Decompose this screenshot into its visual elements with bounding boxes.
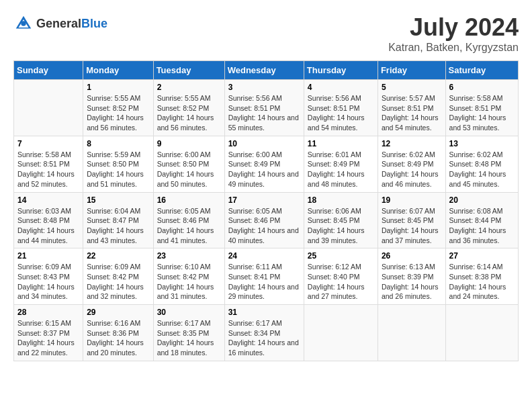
day-number: 26: [382, 251, 442, 261]
day-info: Sunrise: 6:11 AMSunset: 8:41 PMDaylight:…: [228, 262, 300, 302]
calendar-cell: 2Sunrise: 5:55 AMSunset: 8:52 PMDaylight…: [153, 80, 224, 136]
day-info: Sunrise: 5:59 AMSunset: 8:50 PMDaylight:…: [87, 150, 149, 189]
day-number: 18: [308, 195, 374, 205]
logo-text-blue: Blue: [81, 17, 107, 30]
calendar-cell: 20Sunrise: 6:08 AMSunset: 8:44 PMDayligh…: [445, 192, 518, 248]
calendar-cell: 19Sunrise: 6:07 AMSunset: 8:45 PMDayligh…: [378, 192, 445, 248]
calendar-cell: 29Sunrise: 6:16 AMSunset: 8:36 PMDayligh…: [83, 305, 153, 361]
calendar-week-2: 7Sunrise: 5:58 AMSunset: 8:51 PMDaylight…: [14, 136, 519, 192]
calendar-cell: 21Sunrise: 6:09 AMSunset: 8:43 PMDayligh…: [14, 248, 83, 305]
calendar-cell: 9Sunrise: 6:00 AMSunset: 8:50 PMDaylight…: [153, 136, 224, 192]
calendar-cell: 14Sunrise: 6:03 AMSunset: 8:48 PMDayligh…: [14, 192, 83, 248]
day-info: Sunrise: 6:15 AMSunset: 8:37 PMDaylight:…: [17, 318, 79, 358]
day-number: 7: [17, 139, 79, 148]
calendar-cell: 5Sunrise: 5:57 AMSunset: 8:51 PMDaylight…: [378, 80, 445, 136]
day-info: Sunrise: 6:01 AMSunset: 8:49 PMDaylight:…: [308, 150, 374, 189]
day-info: Sunrise: 6:06 AMSunset: 8:45 PMDaylight:…: [308, 206, 374, 246]
day-number: 16: [157, 195, 221, 205]
day-info: Sunrise: 6:17 AMSunset: 8:34 PMDaylight:…: [228, 318, 300, 358]
svg-point-2: [21, 21, 26, 26]
day-number: 27: [449, 251, 515, 261]
calendar-cell: [14, 80, 83, 136]
calendar-cell: 13Sunrise: 6:02 AMSunset: 8:48 PMDayligh…: [445, 136, 518, 192]
calendar-cell: [445, 305, 518, 361]
calendar-cell: 16Sunrise: 6:05 AMSunset: 8:46 PMDayligh…: [153, 192, 224, 248]
logo-text-general: General: [36, 17, 81, 30]
day-info: Sunrise: 5:56 AMSunset: 8:51 PMDaylight:…: [228, 93, 300, 133]
day-number: 12: [382, 139, 442, 148]
calendar-cell: [378, 305, 445, 361]
header-day-friday: Friday: [378, 61, 445, 80]
calendar-cell: 12Sunrise: 6:02 AMSunset: 8:49 PMDayligh…: [378, 136, 445, 192]
day-number: 22: [87, 251, 149, 261]
day-number: 19: [382, 195, 442, 205]
header-day-monday: Monday: [83, 61, 153, 80]
calendar-cell: 1Sunrise: 5:55 AMSunset: 8:52 PMDaylight…: [83, 80, 153, 136]
calendar-cell: 8Sunrise: 5:59 AMSunset: 8:50 PMDaylight…: [83, 136, 153, 192]
calendar-cell: [304, 305, 378, 361]
calendar-cell: 28Sunrise: 6:15 AMSunset: 8:37 PMDayligh…: [14, 305, 83, 361]
day-info: Sunrise: 6:10 AMSunset: 8:42 PMDaylight:…: [157, 262, 221, 302]
day-number: 2: [157, 83, 221, 92]
calendar-header-row: SundayMondayTuesdayWednesdayThursdayFrid…: [14, 61, 519, 80]
day-info: Sunrise: 6:09 AMSunset: 8:42 PMDaylight:…: [87, 262, 149, 302]
day-info: Sunrise: 6:12 AMSunset: 8:40 PMDaylight:…: [308, 262, 374, 302]
day-info: Sunrise: 6:02 AMSunset: 8:48 PMDaylight:…: [449, 150, 515, 189]
day-info: Sunrise: 6:00 AMSunset: 8:50 PMDaylight:…: [157, 150, 221, 189]
day-number: 5: [382, 83, 442, 92]
day-number: 28: [17, 308, 79, 317]
calendar-cell: 25Sunrise: 6:12 AMSunset: 8:40 PMDayligh…: [304, 248, 378, 305]
header-day-tuesday: Tuesday: [153, 61, 224, 80]
day-number: 20: [449, 195, 515, 205]
day-info: Sunrise: 6:02 AMSunset: 8:49 PMDaylight:…: [382, 150, 442, 189]
calendar-cell: 3Sunrise: 5:56 AMSunset: 8:51 PMDaylight…: [224, 80, 304, 136]
header-day-saturday: Saturday: [445, 61, 518, 80]
calendar-table: SundayMondayTuesdayWednesdayThursdayFrid…: [13, 60, 519, 361]
calendar-cell: 26Sunrise: 6:13 AMSunset: 8:39 PMDayligh…: [378, 248, 445, 305]
calendar-week-4: 21Sunrise: 6:09 AMSunset: 8:43 PMDayligh…: [14, 248, 519, 305]
day-info: Sunrise: 6:05 AMSunset: 8:46 PMDaylight:…: [157, 206, 221, 246]
day-number: 29: [87, 308, 149, 317]
calendar-cell: 17Sunrise: 6:05 AMSunset: 8:46 PMDayligh…: [224, 192, 304, 248]
calendar-week-3: 14Sunrise: 6:03 AMSunset: 8:48 PMDayligh…: [14, 192, 519, 248]
calendar-cell: 6Sunrise: 5:58 AMSunset: 8:51 PMDaylight…: [445, 80, 518, 136]
day-number: 15: [87, 195, 149, 205]
day-info: Sunrise: 6:16 AMSunset: 8:36 PMDaylight:…: [87, 318, 149, 358]
calendar-cell: 15Sunrise: 6:04 AMSunset: 8:47 PMDayligh…: [83, 192, 153, 248]
day-info: Sunrise: 6:07 AMSunset: 8:45 PMDaylight:…: [382, 206, 442, 246]
calendar-cell: 4Sunrise: 5:56 AMSunset: 8:51 PMDaylight…: [304, 80, 378, 136]
day-number: 11: [308, 139, 374, 148]
day-info: Sunrise: 6:08 AMSunset: 8:44 PMDaylight:…: [449, 206, 515, 246]
day-info: Sunrise: 6:17 AMSunset: 8:35 PMDaylight:…: [157, 318, 221, 358]
day-number: 25: [308, 251, 374, 261]
location-title: Katran, Batken, Kyrgyzstan: [388, 42, 519, 54]
header-day-wednesday: Wednesday: [224, 61, 304, 80]
day-info: Sunrise: 5:58 AMSunset: 8:51 PMDaylight:…: [17, 150, 79, 189]
day-info: Sunrise: 5:58 AMSunset: 8:51 PMDaylight:…: [449, 93, 515, 133]
day-number: 31: [228, 308, 300, 317]
day-number: 1: [87, 83, 149, 92]
day-number: 17: [228, 195, 300, 205]
month-title: July 2024: [388, 13, 519, 42]
day-number: 23: [157, 251, 221, 261]
calendar-cell: 24Sunrise: 6:11 AMSunset: 8:41 PMDayligh…: [224, 248, 304, 305]
logo: GeneralBlue: [13, 13, 107, 34]
day-number: 4: [308, 83, 374, 92]
day-info: Sunrise: 5:55 AMSunset: 8:52 PMDaylight:…: [157, 93, 221, 133]
day-info: Sunrise: 6:04 AMSunset: 8:47 PMDaylight:…: [87, 206, 149, 246]
day-number: 24: [228, 251, 300, 261]
day-info: Sunrise: 6:13 AMSunset: 8:39 PMDaylight:…: [382, 262, 442, 302]
day-info: Sunrise: 6:14 AMSunset: 8:38 PMDaylight:…: [449, 262, 515, 302]
day-info: Sunrise: 5:56 AMSunset: 8:51 PMDaylight:…: [308, 93, 374, 133]
day-number: 21: [17, 251, 79, 261]
day-info: Sunrise: 6:09 AMSunset: 8:43 PMDaylight:…: [17, 262, 79, 302]
calendar-cell: 22Sunrise: 6:09 AMSunset: 8:42 PMDayligh…: [83, 248, 153, 305]
calendar-cell: 31Sunrise: 6:17 AMSunset: 8:34 PMDayligh…: [224, 305, 304, 361]
calendar-cell: 30Sunrise: 6:17 AMSunset: 8:35 PMDayligh…: [153, 305, 224, 361]
day-number: 10: [228, 139, 300, 148]
day-number: 8: [87, 139, 149, 148]
calendar-cell: 10Sunrise: 6:00 AMSunset: 8:49 PMDayligh…: [224, 136, 304, 192]
title-block: July 2024 Katran, Batken, Kyrgyzstan: [388, 13, 519, 54]
day-number: 14: [17, 195, 79, 205]
calendar-week-1: 1Sunrise: 5:55 AMSunset: 8:52 PMDaylight…: [14, 80, 519, 136]
